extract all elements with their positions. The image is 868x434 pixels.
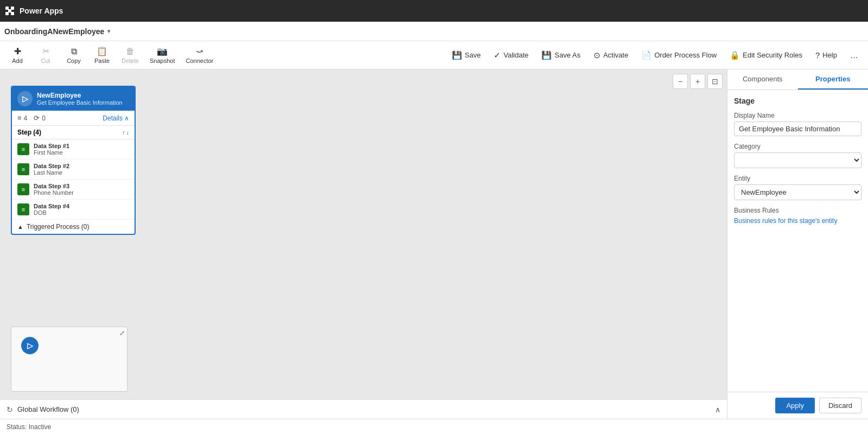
snapshot-label: Snapshot: [150, 58, 175, 64]
triggered-triangle-icon: ▲: [17, 224, 23, 230]
step-count-meta: ≡ 4: [17, 114, 27, 122]
zoom-out-button[interactable]: −: [673, 74, 688, 89]
branch-count-meta: ⟳ 0: [34, 114, 46, 122]
save-button[interactable]: 💾 Save: [446, 47, 487, 64]
paste-icon: 📋: [97, 46, 107, 56]
save-as-button[interactable]: 💾 Save As: [536, 47, 586, 64]
apply-button[interactable]: Apply: [775, 398, 815, 413]
discard-button[interactable]: Discard: [819, 398, 861, 413]
snapshot-icon: 📷: [157, 46, 168, 56]
panel-section-title: Stage: [734, 97, 861, 105]
validate-button[interactable]: ✓ Validate: [488, 47, 534, 64]
activate-icon: ⊙: [593, 50, 601, 60]
sort-down-icon[interactable]: ↓: [126, 129, 130, 136]
step4-label: Data Step #4: [34, 203, 69, 209]
stage-card-meta: ≡ 4 ⟳ 0 Details ∧: [12, 111, 135, 126]
save-as-icon: 💾: [541, 50, 552, 60]
add-button[interactable]: ✚ Add: [4, 42, 30, 68]
status-label: Status:: [7, 423, 27, 431]
display-name-input[interactable]: [734, 122, 861, 136]
step-item-4[interactable]: ≡ Data Step #4 DOB: [12, 200, 135, 220]
mini-map-card: ⤢ ▷: [11, 327, 127, 392]
global-workflow-spinner-icon: ↻: [7, 405, 13, 414]
svg-rect-1: [11, 7, 14, 10]
connector-icon: ⤻: [196, 46, 203, 56]
add-icon: ✚: [14, 46, 21, 56]
step4-sublabel: DOB: [34, 209, 69, 216]
stage-card-header: ▷ NewEmployee Get Employee Basic Informa…: [12, 87, 135, 111]
snapshot-button[interactable]: 📷 Snapshot: [145, 42, 179, 68]
activate-button[interactable]: ⊙ Activate: [588, 47, 634, 64]
edit-security-roles-button[interactable]: 🔒 Edit Security Roles: [724, 47, 808, 64]
category-select[interactable]: Qualify Develop Propose Close: [734, 152, 861, 168]
delete-label: Delete: [122, 58, 139, 64]
status-bar: Status: Inactive: [0, 419, 868, 434]
fit-button[interactable]: ⊡: [707, 74, 723, 89]
status-value: Inactive: [29, 423, 51, 431]
details-button[interactable]: Details ∧: [103, 114, 129, 122]
category-field: Category Qualify Develop Propose Close: [734, 143, 861, 168]
chevron-down-icon[interactable]: ▾: [107, 28, 110, 34]
help-icon: ?: [815, 50, 820, 60]
step3-label: Data Step #3: [34, 183, 74, 189]
step2-sublabel: Last Name: [34, 169, 69, 176]
branch-count: 0: [42, 114, 46, 122]
branch-icon: ⟳: [34, 114, 40, 122]
step2-text: Data Step #2 Last Name: [34, 163, 69, 176]
entity-select[interactable]: NewEmployee: [734, 184, 861, 200]
step-item-2[interactable]: ≡ Data Step #2 Last Name: [12, 159, 135, 180]
svg-rect-0: [5, 7, 9, 10]
mini-stage-icon: ▷: [21, 337, 39, 354]
stage-subtitle: Get Employee Basic Information: [37, 99, 123, 106]
save-label: Save: [465, 51, 481, 59]
more-button[interactable]: …: [845, 47, 864, 64]
mini-map-expand-button[interactable]: ⤢: [119, 329, 125, 337]
paste-button[interactable]: 📋 Paste: [89, 42, 115, 68]
validate-label: Validate: [503, 51, 528, 59]
display-name-label: Display Name: [734, 112, 861, 119]
details-chevron-icon: ∧: [124, 114, 129, 122]
step-item-1[interactable]: ≡ Data Step #1 First Name: [12, 139, 135, 159]
sort-up-icon[interactable]: ↑: [122, 129, 125, 136]
business-rules-field: Business Rules Business rules for this s…: [734, 207, 861, 225]
toolbar-left: ✚ Add ✂ Cut ⧉ Copy 📋 Paste 🗑 Delete 📷 Sn…: [4, 42, 218, 68]
tab-components[interactable]: Components: [727, 69, 798, 90]
paste-label: Paste: [94, 58, 110, 64]
connector-button[interactable]: ⤻ Connector: [181, 42, 218, 68]
copy-button[interactable]: ⧉ Copy: [61, 42, 87, 68]
zoom-in-button[interactable]: +: [690, 74, 705, 89]
connector-label: Connector: [186, 58, 213, 64]
step1-label: Data Step #1: [34, 143, 69, 149]
zoom-controls: − + ⊡: [673, 74, 723, 89]
app-grid-icon[interactable]: [5, 7, 14, 15]
step3-icon: ≡: [17, 183, 29, 195]
svg-rect-2: [5, 12, 9, 15]
step1-text: Data Step #1 First Name: [34, 143, 69, 156]
step1-icon: ≡: [17, 143, 29, 155]
entity-field: Entity NewEmployee: [734, 175, 861, 200]
panel-tabs: Components Properties: [727, 69, 868, 90]
activate-label: Activate: [603, 51, 628, 59]
triggered-label: Triggered Process (0): [27, 223, 90, 231]
tab-properties[interactable]: Properties: [798, 69, 869, 90]
step-count-icon: ≡: [17, 114, 22, 122]
right-panel: Components Properties Stage Display Name…: [727, 69, 868, 419]
display-name-field: Display Name: [734, 112, 861, 136]
category-label: Category: [734, 143, 861, 150]
panel-footer: Apply Discard: [727, 392, 868, 419]
step4-text: Data Step #4 DOB: [34, 203, 69, 216]
stage-card[interactable]: ▷ NewEmployee Get Employee Basic Informa…: [11, 86, 136, 235]
copy-icon: ⧉: [71, 47, 77, 56]
cut-button[interactable]: ✂ Cut: [33, 42, 59, 68]
gw-collapse-icon[interactable]: ∧: [715, 405, 720, 414]
order-process-flow-button[interactable]: 📄 Order Process Flow: [636, 47, 722, 64]
delete-button[interactable]: 🗑 Delete: [117, 42, 143, 68]
business-rules-link[interactable]: Business rules for this stage's entity: [734, 217, 837, 225]
triggered-section: ▲ Triggered Process (0): [12, 220, 135, 234]
step-item-3[interactable]: ≡ Data Step #3 Phone Number: [12, 180, 135, 200]
app-title: OnboardingANewEmployee: [4, 27, 104, 36]
more-icon: …: [850, 50, 858, 60]
stage-name: NewEmployee: [37, 92, 123, 99]
help-button[interactable]: ? Help: [810, 47, 843, 64]
step3-text: Data Step #3 Phone Number: [34, 183, 74, 196]
